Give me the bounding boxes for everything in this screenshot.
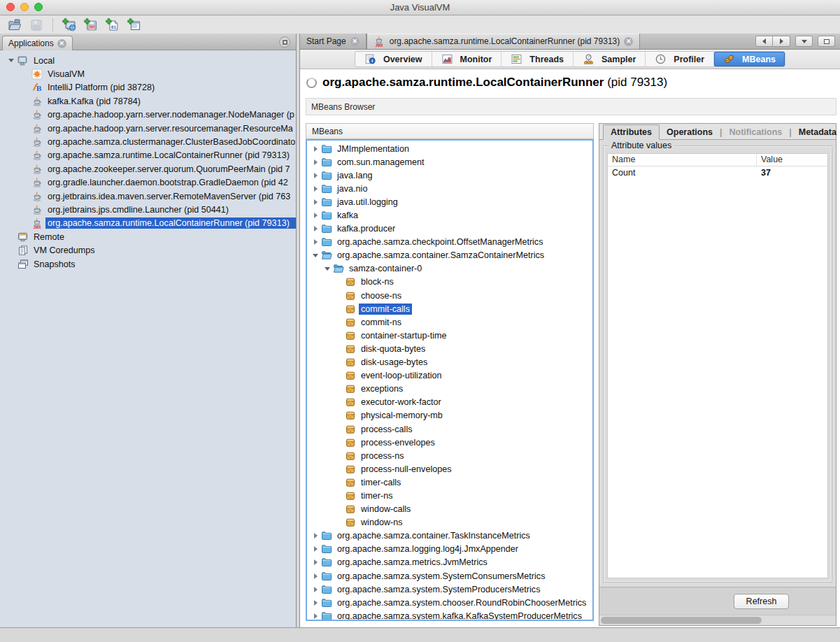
add-vm-coredump-button[interactable]: 01 (105, 17, 120, 33)
close-tab-icon[interactable]: ✕ (350, 37, 360, 46)
refresh-button[interactable]: Refresh (734, 594, 789, 609)
column-header-value[interactable]: Value (757, 154, 787, 166)
tree-item[interactable]: java.util.logging (307, 195, 592, 208)
open-file-button[interactable] (7, 17, 22, 33)
applications-tab[interactable]: Applications ✕ (2, 36, 73, 50)
expand-toggle-icon[interactable] (311, 239, 320, 245)
minimize-window-button[interactable] (20, 3, 29, 11)
tree-item[interactable]: BIntelliJ Platform (pid 38728) (0, 81, 296, 94)
tree-item[interactable]: org.apache.samza.system.chooser.RoundRob… (307, 596, 592, 609)
tree-item[interactable]: Remote (0, 230, 296, 243)
view-tab-profiler[interactable]: Profiler (646, 52, 714, 66)
tree-item[interactable]: org.apache.samza.system.kafka.KafkaSyste… (307, 609, 592, 621)
tree-item[interactable]: physical-memory-mb (307, 409, 592, 422)
tree-item[interactable]: JMXorg.apache.samza.runtime.LocalContain… (0, 217, 296, 230)
tree-item[interactable]: org.apache.samza.system.SystemConsumersM… (307, 569, 592, 583)
tree-item[interactable]: kafka.Kafka (pid 78784) (0, 94, 296, 108)
expand-toggle-icon[interactable] (311, 199, 320, 205)
view-tab-mbeans[interactable]: MBeans (714, 52, 785, 66)
tree-item[interactable]: VM Coredumps (0, 243, 296, 257)
tree-item[interactable]: exceptions (307, 383, 592, 396)
tree-item[interactable]: process-ns (307, 449, 592, 462)
tree-item[interactable]: org.jetbrains.idea.maven.server.RemoteMa… (0, 190, 296, 203)
add-jmx-connection-button[interactable]: JMX (83, 17, 99, 33)
tree-item[interactable]: timer-calls (307, 476, 592, 489)
expand-toggle-icon[interactable] (311, 213, 320, 218)
expand-toggle-icon[interactable] (311, 533, 320, 538)
tree-item[interactable]: org.apache.samza.clustermanager.ClusterB… (0, 135, 296, 148)
view-tab-overview[interactable]: iOverview (355, 52, 432, 66)
minimize-panel-button[interactable] (279, 36, 290, 48)
tree-item[interactable]: container-startup-time (307, 329, 592, 342)
collapse-toggle-icon[interactable] (322, 267, 332, 271)
tree-item[interactable]: block-ns (307, 276, 592, 289)
tree-item[interactable]: commit-ns (307, 315, 592, 329)
expand-toggle-icon[interactable] (311, 573, 320, 579)
tree-item[interactable]: commit-calls (307, 302, 592, 315)
column-header-name[interactable]: Name (608, 154, 757, 166)
tree-item[interactable]: disk-usage-bytes (307, 356, 592, 369)
scroll-tabs-left-button[interactable] (755, 36, 773, 47)
expand-toggle-icon[interactable] (311, 613, 320, 619)
add-remote-host-button[interactable] (62, 17, 77, 33)
expand-toggle-icon[interactable] (311, 146, 320, 152)
zoom-window-button[interactable] (34, 3, 43, 11)
tree-item[interactable]: process-calls (307, 422, 592, 436)
tree-item[interactable]: kafka (307, 208, 592, 222)
collapse-toggle-icon[interactable] (6, 59, 17, 62)
document-tab[interactable]: JMXorg.apache.samza.runtime.LocalContain… (366, 34, 641, 49)
tree-item[interactable]: window-calls (307, 503, 592, 516)
collapse-toggle-icon[interactable] (311, 254, 320, 257)
tree-item[interactable]: org.apache.samza.container.SamzaContaine… (307, 249, 592, 262)
tree-item[interactable]: samza-container-0 (307, 262, 592, 276)
close-window-button[interactable] (6, 3, 15, 11)
tree-item[interactable]: kafka.producer (307, 222, 592, 236)
tree-item[interactable]: executor-work-factor (307, 396, 592, 409)
scroll-tabs-right-button[interactable] (773, 36, 790, 47)
document-tab[interactable]: Start Page✕ (300, 34, 366, 49)
close-tab-icon[interactable]: ✕ (624, 37, 633, 46)
tree-item[interactable]: JMImplementation (307, 142, 592, 155)
tree-item[interactable]: disk-quota-bytes (307, 342, 592, 355)
tree-item[interactable]: timer-ns (307, 489, 592, 502)
tree-item[interactable]: org.apache.samza.metrics.JvmMetrics (307, 556, 592, 569)
attribute-row[interactable]: Count37 (608, 166, 827, 180)
tree-item[interactable]: process-null-envelopes (307, 462, 592, 476)
expand-toggle-icon[interactable] (311, 186, 320, 192)
tree-item[interactable]: org.apache.hadoop.yarn.server.resourcema… (0, 122, 296, 135)
expand-toggle-icon[interactable] (311, 559, 320, 565)
tree-item[interactable]: Local (0, 54, 296, 67)
view-tab-threads[interactable]: Threads (501, 52, 574, 66)
tree-item[interactable]: org.jetbrains.jps.cmdline.Launcher (pid … (0, 203, 296, 216)
attributes-tab-metadata[interactable]: Metadata (792, 125, 840, 139)
tree-item[interactable]: choose-ns (307, 289, 592, 302)
maximize-view-button[interactable] (818, 36, 835, 47)
tree-item[interactable]: window-ns (307, 516, 592, 529)
tab-list-dropdown-button[interactable] (795, 36, 813, 47)
tree-item[interactable]: com.sun.management (307, 155, 592, 169)
tree-item[interactable]: org.apache.samza.runtime.LocalContainerR… (0, 149, 296, 162)
add-application-snapshot-button[interactable] (127, 17, 142, 33)
scrollbar-thumb[interactable] (601, 617, 762, 624)
tree-item[interactable]: Snapshots (0, 257, 296, 271)
tree-item[interactable]: org.apache.samza.system.SystemProducersM… (307, 583, 592, 596)
tree-item[interactable]: org.apache.samza.logging.log4j.JmxAppend… (307, 543, 592, 556)
expand-toggle-icon[interactable] (311, 173, 320, 178)
expand-toggle-icon[interactable] (311, 600, 320, 606)
tree-item[interactable]: java.nio (307, 182, 592, 195)
expand-toggle-icon[interactable] (311, 587, 320, 592)
view-tab-sampler[interactable]: Sampler (574, 52, 646, 66)
attributes-tab-attributes[interactable]: Attributes (603, 124, 660, 140)
tree-item[interactable]: event-loop-utilization (307, 369, 592, 383)
expand-toggle-icon[interactable] (311, 226, 320, 231)
attributes-horizontal-scrollbar[interactable] (599, 615, 836, 625)
tree-item[interactable]: process-envelopes (307, 436, 592, 449)
expand-toggle-icon[interactable] (311, 159, 320, 165)
expand-toggle-icon[interactable] (311, 546, 320, 552)
tree-item[interactable]: VisualVM (0, 67, 296, 80)
tree-item[interactable]: org.apache.hadoop.yarn.server.nodemanage… (0, 108, 296, 122)
view-tab-monitor[interactable]: Monitor (432, 52, 502, 66)
tree-item[interactable]: java.lang (307, 169, 592, 182)
tree-item[interactable]: org.apache.samza.container.TaskInstanceM… (307, 529, 592, 543)
close-applications-tab-icon[interactable]: ✕ (57, 39, 66, 48)
